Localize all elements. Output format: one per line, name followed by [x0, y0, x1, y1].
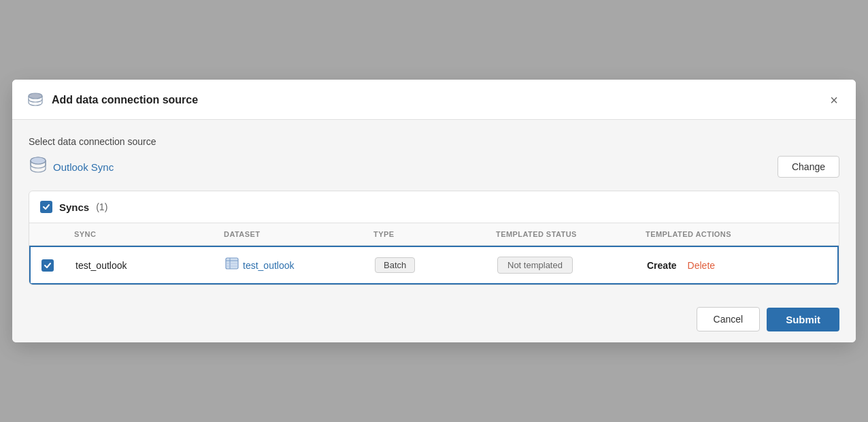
- modal-overlay: Add data connection source × Select data…: [0, 0, 868, 422]
- syncs-count: (1): [96, 201, 107, 212]
- row-actions-cell: Create Delete: [647, 260, 797, 271]
- action-delete[interactable]: Delete: [688, 260, 715, 271]
- sync-name: test_outlook: [76, 260, 127, 271]
- section-label: Select data connection source: [29, 136, 839, 147]
- row-dataset-cell: test_outlook: [225, 257, 375, 273]
- submit-button[interactable]: Submit: [767, 308, 839, 331]
- col-header-templated-actions: TEMPLATED ACTIONS: [646, 230, 795, 238]
- table-row: test_outlook: [29, 246, 839, 285]
- col-header-type: TYPE: [373, 230, 496, 238]
- modal-title: Add data connection source: [52, 94, 198, 106]
- modal-dialog: Add data connection source × Select data…: [12, 80, 856, 342]
- source-left: Outlook Sync: [29, 155, 114, 178]
- modal-footer: Cancel Submit: [12, 296, 856, 342]
- modal-header-left: Add data connection source: [26, 91, 198, 110]
- syncs-checkbox[interactable]: [40, 201, 52, 213]
- cancel-button[interactable]: Cancel: [697, 307, 761, 331]
- syncs-card: Syncs (1) SYNC DATASET TYPE TEMPLATED ST…: [29, 191, 839, 285]
- row-status-cell: Not templated: [497, 257, 647, 274]
- svg-point-2: [31, 157, 46, 164]
- dataset-link[interactable]: test_outlook: [225, 257, 295, 273]
- syncs-title: Syncs: [59, 201, 89, 213]
- source-icon: [29, 155, 48, 178]
- row-sync-cell: test_outlook: [76, 260, 225, 271]
- source-row: Outlook Sync Change: [29, 155, 839, 178]
- dataset-name: test_outlook: [243, 260, 295, 271]
- type-badge: Batch: [375, 257, 415, 273]
- dataset-icon: [225, 257, 239, 273]
- modal-body: Select data connection source Outlo: [12, 120, 856, 296]
- dialog-icon: [26, 91, 45, 110]
- status-badge: Not templated: [497, 257, 573, 274]
- action-create[interactable]: Create: [647, 260, 677, 271]
- row-checkbox-cell: [41, 259, 76, 272]
- modal-header: Add data connection source ×: [12, 80, 856, 120]
- svg-point-0: [29, 93, 42, 99]
- syncs-header: Syncs (1): [29, 191, 839, 223]
- change-button[interactable]: Change: [778, 156, 839, 178]
- row-type-cell: Batch: [375, 257, 497, 273]
- col-header-dataset: DATASET: [224, 230, 373, 238]
- col-header-checkbox: [40, 230, 74, 238]
- table-header-row: SYNC DATASET TYPE TEMPLATED STATUS TEMPL…: [29, 223, 839, 246]
- col-header-sync: SYNC: [74, 230, 224, 238]
- row-checkbox[interactable]: [41, 259, 54, 272]
- close-button[interactable]: ×: [826, 92, 842, 108]
- source-name[interactable]: Outlook Sync: [53, 161, 114, 173]
- col-header-templated-status: TEMPLATED STATUS: [496, 230, 646, 238]
